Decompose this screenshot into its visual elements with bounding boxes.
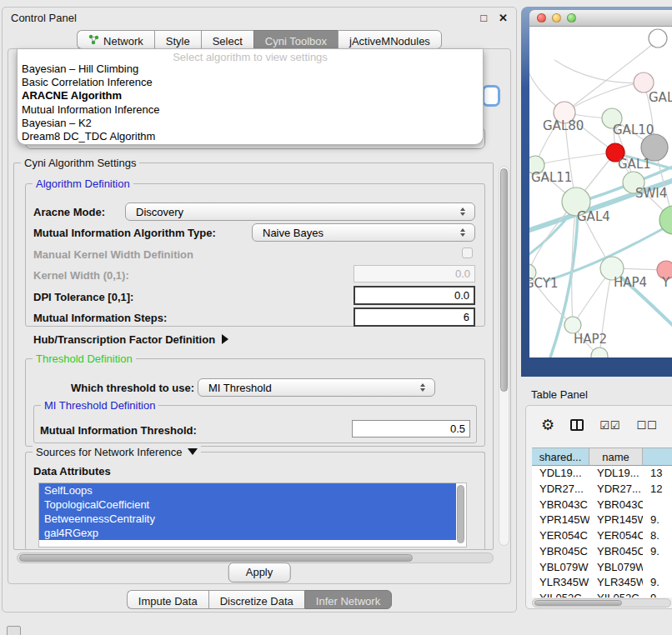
settings-gear-icon[interactable]: ⚙ [541,418,554,432]
table-row[interactable]: YDR27...YDR27...12 [532,482,672,498]
node-label: GCY1 [529,276,559,291]
algorithm-option[interactable]: Bayesian – Hill Climbing [18,62,483,76]
control-panel-window: Control Panel □ ✕ Network Style Select C… [2,7,517,612]
algorithm-option[interactable]: Bayesian – K2 [18,117,483,130]
aracne-mode-select[interactable]: Discovery [125,202,475,221]
table-cell: YER054C [589,528,643,544]
tab-network[interactable]: Network [77,30,154,49]
column-header-shared-name[interactable]: shared... [532,448,589,466]
table-cell: YER054C [532,528,589,544]
table-panel-section: Table Panel ⚙ ☑☑ ☐☐ shared... name YDL19… [521,377,672,635]
table-cell: YBL079W [532,560,589,576]
mi-algorithm-type-select[interactable]: Naive Bayes [252,223,475,242]
table-row[interactable]: YBR045CYBR045C9. [532,544,672,560]
cyni-toolbox-panel: gal-filtered sif default node Select alg… [8,48,511,584]
table-cell: YLR345W [532,575,589,591]
node-label: GAL4 [577,209,610,224]
hub-definition-toggle[interactable]: Hub/Transcription Factor Definition [33,333,228,346]
aracne-mode-value: Discovery [126,206,457,218]
table-cell: YDL19... [532,466,589,482]
control-panel-tabs: Network Style Select Cyni Toolbox jActiv… [3,30,516,49]
column-header-name[interactable]: name [589,448,643,466]
settings-vertical-scrollbar[interactable] [499,166,509,546]
float-window-icon[interactable]: □ [480,12,487,24]
table-horizontal-scrollbar[interactable] [532,598,671,608]
algorithm-option[interactable]: Dream8 DC_TDC Algorithm [18,130,483,143]
tab-network-label: Network [103,35,143,48]
table-row[interactable]: YIL052CYIL052C9 [532,591,672,598]
tab-cyni-toolbox[interactable]: Cyni Toolbox [253,30,338,49]
network-icon [88,34,99,48]
collapse-down-icon [188,448,198,455]
list-scrollbar[interactable] [457,485,464,543]
stepper-arrows-icon [457,208,469,216]
data-attribute-item[interactable]: BetweennessCentrality [39,512,456,526]
sources-toggle[interactable]: Sources for Network Inference [33,446,201,458]
manual-kernel-checkbox[interactable] [462,248,473,258]
tab-impute-data[interactable]: Impute Data [127,590,208,609]
network-node[interactable] [564,317,581,333]
table-cell: YDR27... [532,482,589,498]
minimize-traffic-light[interactable] [552,13,561,22]
algorithm-option[interactable]: Basic Correlation Inference [18,76,483,89]
which-threshold-value: MI Threshold [198,382,417,394]
algorithm-dropdown-popup: Select algorithm to view settings Bayesi… [17,49,484,145]
table-cell: 9 [643,591,672,598]
network-node[interactable] [649,29,667,48]
apply-button[interactable]: Apply [228,562,291,582]
data-attribute-item[interactable]: gal4RGexp [39,526,456,540]
kernel-width-input[interactable] [354,265,475,282]
tab-select[interactable]: Select [201,30,253,49]
close-icon[interactable]: ✕ [499,12,508,24]
zoom-traffic-light[interactable] [567,13,576,22]
tab-discretize-data[interactable]: Discretize Data [208,590,304,609]
table-row[interactable]: YLR345WYLR345W9. [532,575,672,591]
split-columns-icon[interactable] [570,419,584,431]
minimized-panel-icon[interactable] [7,626,21,635]
which-threshold-select[interactable]: MI Threshold [198,378,435,397]
table-panel-title: Table Panel [531,388,588,401]
mi-steps-input[interactable] [354,308,475,327]
select-all-checkboxes-icon[interactable]: ☑☑ [599,419,620,432]
network-window-titlebar[interactable] [529,10,672,27]
algorithm-option[interactable]: ARACNE Algorithm [18,89,483,102]
node-label: HAP2 [574,332,607,347]
node-label: SWI4 [635,186,667,201]
hub-definition-label: Hub/Transcription Factor Definition [33,333,215,346]
table-cell [643,560,672,576]
data-attribute-item[interactable]: TopologicalCoefficient [39,498,456,512]
tab-infer-network[interactable]: Infer Network [304,590,392,609]
network-edge [535,152,615,165]
table-cell: YBR045C [532,544,589,560]
table-row[interactable]: YBR043CYBR043C [532,498,672,513]
stepper-arrows-icon [417,383,429,392]
tab-jactivemnodules[interactable]: jActiveMNodules [338,30,442,49]
which-threshold-label: Which threshold to use: [71,382,194,394]
table-row[interactable]: YDL19...YDL19...13 [532,466,672,482]
dpi-tolerance-input[interactable] [354,286,475,305]
table-cell: 13 [643,466,672,482]
deselect-all-checkboxes-icon[interactable]: ☐☐ [636,419,657,432]
tab-style[interactable]: Style [154,30,201,49]
algorithm-dropdown-list: Bayesian – Hill ClimbingBasic Correlatio… [18,62,483,143]
network-canvas[interactable]: GALGAL80GAL10GAL1GAL11SWI4GAL4GCY1HAP4YH… [529,27,672,358]
data-attribute-item[interactable]: SelfLoops [39,483,456,498]
table-cell: 9. [643,512,672,528]
table-cell: 9. [643,544,672,560]
table-row[interactable]: YER054CYER054C8. [532,528,672,544]
table-cell: YIL052C [589,591,643,598]
control-panel-titlebar: Control Panel □ ✕ [3,8,516,28]
close-traffic-light[interactable] [537,13,546,22]
node-label: GAL11 [531,170,572,185]
network-node[interactable] [591,348,608,358]
mi-threshold-input[interactable] [352,420,470,438]
column-header-3[interactable] [643,448,672,466]
expand-right-icon [222,334,228,344]
algorithm-option[interactable]: Mutual Information Inference [18,103,483,117]
sources-title: Sources for Network Inference [36,446,183,458]
table-row[interactable]: YPR145WYPR145W9. [532,512,672,528]
table-cell: 12 [643,482,672,498]
table-cell: YIL052C [532,591,589,598]
table-cell: 8. [643,528,672,544]
table-row[interactable]: YBL079WYBL079W [532,560,672,576]
